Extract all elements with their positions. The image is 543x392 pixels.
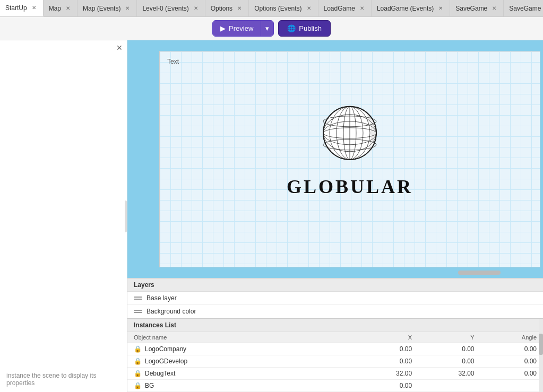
preview-dropdown-button[interactable]: ▾ [261, 21, 273, 36]
tab-loadgame-events[interactable]: LoadGame (Events) ✕ [372, 0, 450, 16]
instances-scrollbar[interactable] [539, 319, 543, 392]
publish-label: Publish [299, 24, 322, 32]
tab-label: Level-0 (Events) [142, 5, 188, 12]
instance-y: 0.00 [418, 343, 480, 355]
layer-drag-handle [134, 297, 142, 300]
tab-label: SaveGame (Events) [509, 5, 543, 12]
close-icon[interactable]: ✕ [236, 5, 243, 12]
instance-angle: 0.00 [481, 368, 543, 380]
table-row[interactable]: 🔒DebugText32.0032.000.00 [127, 368, 543, 380]
close-icon[interactable]: ✕ [64, 5, 72, 12]
close-icon[interactable]: ✕ [490, 5, 498, 12]
tab-label: Options [211, 5, 232, 12]
close-icon[interactable]: ✕ [124, 5, 131, 12]
instance-x: 0.00 [356, 355, 418, 368]
canvas-grid: Text [160, 51, 540, 267]
lock-icon: 🔒 [134, 382, 142, 389]
instance-angle: 0.00 [481, 343, 543, 355]
tab-loadgame[interactable]: LoadGame ✕ [318, 0, 372, 16]
lock-icon: 🔒 [134, 345, 142, 353]
layer-drag-handle [134, 310, 142, 313]
tab-map-events[interactable]: Map (Events) ✕ [77, 0, 137, 16]
canvas-logo-container: GLOBULAR [287, 101, 413, 198]
col-object-name: Object name [127, 332, 356, 343]
instance-y [418, 380, 480, 392]
layer-item-background[interactable]: Background color [127, 305, 543, 318]
tab-label: SaveGame [455, 5, 487, 12]
close-icon[interactable]: ✕ [30, 4, 38, 12]
tab-bar: StartUp ✕ Map ✕ Map (Events) ✕ Level-0 (… [0, 0, 543, 17]
instance-name: LogoCompany [145, 345, 186, 353]
main-layout: ✕ instance the scene to display its prop… [0, 40, 543, 392]
close-panel-button[interactable]: ✕ [114, 42, 125, 53]
preview-button[interactable]: ▶ Preview [213, 21, 261, 36]
layers-panel: Layers Base layer Background color [127, 278, 543, 318]
instance-x: 0.00 [356, 380, 418, 392]
instances-table: Object name X Y Angle 🔒LogoCompany0.000.… [127, 332, 543, 392]
chevron-down-icon: ▾ [265, 24, 269, 32]
tab-level0-events[interactable]: Level-0 (Events) ✕ [137, 0, 205, 16]
tab-savegame[interactable]: SaveGame ✕ [450, 0, 504, 16]
instance-name: DebugText [145, 370, 175, 377]
instance-angle: 0.00 [481, 355, 543, 368]
close-icon[interactable]: ✕ [192, 5, 200, 12]
tab-label: Options (Events) [254, 5, 301, 12]
close-icon[interactable]: ✕ [437, 5, 444, 12]
layer-item-base[interactable]: Base layer [127, 292, 543, 305]
tab-savegame-events[interactable]: SaveGame (Events) ✕ [504, 0, 543, 16]
instances-panel: Instances List Object name X Y Angle 🔒Lo… [127, 318, 543, 392]
tab-label: Map (Events) [83, 5, 120, 12]
canvas-scrollbar-horizontal[interactable] [458, 271, 501, 275]
preview-label: Preview [229, 24, 253, 32]
col-y: Y [418, 332, 480, 343]
layer-name: Background color [146, 308, 196, 315]
tab-map[interactable]: Map ✕ [44, 0, 77, 16]
instance-x: 32.00 [356, 368, 418, 380]
toolbar: ▶ Preview ▾ 🌐 Publish [0, 17, 543, 40]
instance-angle [481, 380, 543, 392]
globe-icon: 🌐 [287, 24, 296, 32]
table-row[interactable]: 🔒BG0.00 [127, 380, 543, 392]
instance-y: 32.00 [418, 368, 480, 380]
col-angle: Angle [481, 332, 543, 343]
tab-label: StartUp [5, 4, 27, 12]
panel-resize-handle[interactable] [125, 201, 127, 232]
layer-name: Base layer [146, 294, 177, 302]
instance-x: 0.00 [356, 343, 418, 355]
instance-y: 0.00 [418, 355, 480, 368]
instance-name: BG [145, 382, 154, 389]
instance-name: LogoGDevelop [145, 358, 187, 365]
col-x: X [356, 332, 418, 343]
canvas-text-label: Text [167, 58, 179, 65]
play-icon: ▶ [220, 24, 226, 32]
canvas-area[interactable]: Text [127, 40, 543, 278]
lock-icon: 🔒 [134, 358, 142, 365]
tab-options-events[interactable]: Options (Events) ✕ [249, 0, 318, 16]
left-panel: ✕ instance the scene to display its prop… [0, 40, 127, 392]
table-header-row: Object name X Y Angle [127, 332, 543, 343]
instances-header: Instances List [127, 319, 543, 332]
tab-options[interactable]: Options ✕ [205, 0, 249, 16]
layers-header: Layers [127, 278, 543, 292]
table-row[interactable]: 🔒LogoCompany0.000.000.00 [127, 343, 543, 355]
lock-icon: 🔒 [134, 370, 142, 377]
tab-startup[interactable]: StartUp ✕ [0, 0, 44, 16]
properties-hint: instance the scene to display its proper… [0, 367, 127, 392]
globe-graphic [315, 101, 384, 165]
globular-title: GLOBULAR [287, 176, 413, 198]
tab-label: LoadGame (Events) [377, 5, 434, 12]
table-row[interactable]: 🔒LogoGDevelop0.000.000.00 [127, 355, 543, 368]
tab-label: Map [49, 5, 61, 12]
instances-scrollbar-thumb[interactable] [539, 334, 543, 355]
close-icon[interactable]: ✕ [305, 5, 313, 12]
tab-label: LoadGame [324, 5, 355, 12]
close-icon[interactable]: ✕ [358, 5, 366, 12]
canvas-inner: Text [159, 51, 540, 267]
publish-button[interactable]: 🌐 Publish [278, 20, 331, 37]
preview-group: ▶ Preview ▾ [212, 20, 274, 37]
